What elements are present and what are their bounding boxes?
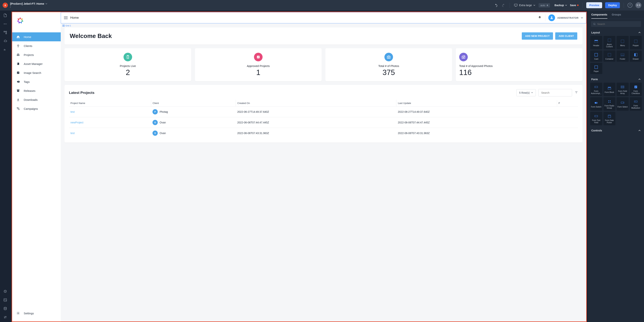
component-paper[interactable]: Paper	[590, 63, 602, 74]
column-header[interactable]: Created On	[236, 100, 396, 107]
settings-icon[interactable]	[3, 315, 8, 319]
grid-label[interactable]: Grid 1	[61, 24, 586, 28]
column-header[interactable]: Last Update	[396, 100, 557, 107]
chevron-down-icon	[46, 3, 47, 5]
column-header[interactable]: Project Name	[69, 100, 151, 107]
component-menu[interactable]: Menu	[616, 36, 629, 49]
assets-icon[interactable]	[3, 298, 8, 302]
project-path: /	[10, 6, 47, 9]
add-project-button[interactable]: ADD NEW PROJECT	[522, 32, 553, 40]
preview-button[interactable]: Preview	[586, 2, 602, 8]
component-form-block[interactable]: Form Block	[604, 83, 616, 96]
component-form-multiselect[interactable]: Form Multiselect	[630, 97, 642, 111]
component-card[interactable]: Card	[590, 51, 602, 62]
component-search-input[interactable]	[597, 23, 639, 26]
search-input-wrap[interactable]	[538, 89, 572, 97]
sidebar-item-label: Downloads	[24, 98, 38, 101]
sidebar-item-projects[interactable]: Projects	[12, 50, 61, 59]
column-header[interactable]: Client	[151, 100, 236, 107]
rows-select[interactable]: 5 Row(s)	[516, 89, 536, 96]
project-title-block[interactable]: [ProServ] Jebel-FT: Home /	[10, 2, 47, 9]
sidebar-item-campaigns[interactable]: Campaigns	[12, 104, 61, 113]
accessibility-icon	[16, 44, 20, 48]
component-form-radio-group[interactable]: Form Radio Group	[604, 97, 616, 111]
viewport-select[interactable]: Extra large	[514, 4, 535, 7]
svg-rect-27	[62, 26, 63, 27]
sidebar-item-asset-manager[interactable]: Asset Manager	[12, 59, 61, 68]
component-async-content[interactable]: Async Content	[604, 36, 616, 49]
svg-rect-50	[608, 88, 611, 89]
latest-projects-title: Latest Projects	[69, 91, 514, 95]
help-icon[interactable]: ?	[628, 3, 632, 8]
sidebar-item-clients[interactable]: Clients	[12, 41, 61, 50]
table-row[interactable]: testOOvan2022-06-06T07:43:31.963Z2022-06…	[69, 128, 578, 139]
project-link[interactable]: test	[70, 110, 75, 113]
grid-icon	[62, 25, 64, 27]
tab-groups[interactable]: Groups	[612, 13, 621, 19]
sidebar-item-downloads[interactable]: Downloads	[12, 95, 61, 104]
cloud-icon[interactable]	[3, 39, 8, 43]
component-form-select[interactable]: Form Select	[616, 97, 629, 111]
tree-icon[interactable]	[3, 30, 8, 35]
svg-rect-37	[608, 39, 611, 42]
sidebar-item-image-search[interactable]: Image Search	[12, 68, 61, 77]
inventory-icon	[16, 71, 20, 75]
component-form-autocompl-[interactable]: Form Autocompl...	[590, 83, 602, 96]
component-form-checkbox[interactable]: Form Checkbox	[630, 83, 642, 96]
component-popper[interactable]: Popper	[630, 36, 642, 49]
table-row[interactable]: testPPhotag2022-06-27T14:49:37.640Z2022-…	[69, 107, 578, 117]
filter-icon[interactable]	[575, 91, 578, 95]
user-menu[interactable]: ADMINISTRATOR	[545, 15, 583, 21]
chevron-down-icon	[533, 4, 535, 6]
redo-icon[interactable]	[502, 3, 506, 7]
user-avatar[interactable]: S S	[636, 2, 642, 8]
component-container[interactable]: Container	[604, 51, 616, 62]
sidebar-item-home[interactable]: Home	[12, 32, 61, 41]
deploy-button[interactable]: Deploy	[605, 2, 620, 8]
svg-rect-65	[608, 115, 611, 118]
pages-icon[interactable]	[3, 13, 8, 18]
column-header[interactable]: F	[557, 100, 578, 107]
table-row[interactable]: newProjectOOvan2022-06-06T07:44:47.445Z2…	[69, 117, 578, 128]
section-form[interactable]: Form	[588, 76, 644, 83]
section-layout[interactable]: Layout	[588, 29, 644, 36]
component-form-field-array[interactable]: Form Field Array	[616, 83, 629, 96]
svg-text:fx: fx	[4, 49, 6, 51]
size-stepper[interactable]: auto	[538, 3, 550, 8]
component-form-date-picker[interactable]: Form Date Picker	[604, 112, 616, 125]
svg-rect-20	[18, 91, 18, 91]
undo-icon[interactable]	[494, 3, 498, 7]
component-footer[interactable]: Footer	[616, 51, 629, 62]
save-button[interactable]: Save	[570, 4, 579, 7]
hamburger-icon[interactable]	[64, 17, 68, 19]
svg-point-63	[636, 101, 636, 102]
bell-icon[interactable]	[538, 16, 542, 20]
component-header[interactable]: Header	[590, 36, 602, 49]
search-input[interactable]	[541, 91, 569, 94]
component-glyph-icon	[607, 86, 612, 90]
sidebar-item-tags[interactable]: Tags	[12, 77, 61, 86]
chevron-up-icon	[638, 78, 641, 80]
stat-value: 2	[68, 68, 188, 77]
tab-components[interactable]: Components	[591, 13, 607, 19]
theme-icon[interactable]	[3, 289, 8, 293]
component-form-switch[interactable]: Form Switch	[590, 97, 602, 111]
db-icon[interactable]	[3, 306, 8, 311]
sidebar-item-releases[interactable]: Releases	[12, 86, 61, 95]
svg-point-10	[5, 291, 6, 292]
sidebar-item-settings[interactable]: Settings	[12, 309, 61, 318]
sidebar-item-label: Projects	[24, 53, 34, 57]
functions-icon[interactable]: fx	[3, 48, 8, 52]
section-controls[interactable]: Controls	[588, 127, 644, 134]
data-icon[interactable]	[3, 22, 8, 26]
component-form-text-field[interactable]: Form Text Field	[590, 112, 602, 125]
project-link[interactable]: test	[70, 132, 75, 135]
app-header[interactable]: Home ADMINISTRATOR	[61, 12, 586, 23]
backup-menu[interactable]: Backup	[554, 4, 567, 7]
component-search-wrap[interactable]	[591, 21, 641, 27]
component-drawer[interactable]: Drawer	[630, 51, 642, 62]
app-logo[interactable]: 8	[2, 3, 8, 8]
project-link[interactable]: newProject	[70, 121, 83, 124]
add-client-button[interactable]: ADD CLIENT	[555, 32, 577, 40]
svg-rect-16	[18, 63, 18, 65]
